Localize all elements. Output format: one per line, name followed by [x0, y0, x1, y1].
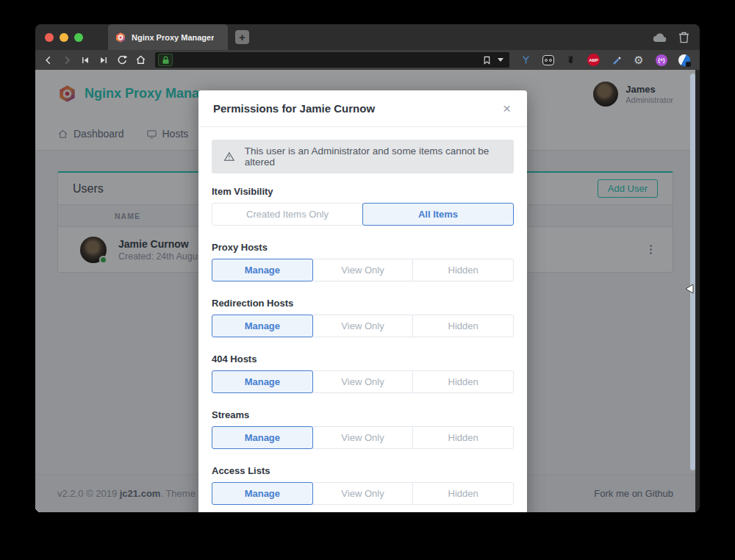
adblock-plus-icon[interactable]: ABP — [587, 54, 600, 66]
admin-warning-alert: This user is an Administrator and some i… — [212, 140, 514, 173]
zoom-window-button[interactable] — [74, 33, 83, 42]
tab-favicon-npm-logo — [115, 32, 126, 43]
fast-forward-icon[interactable] — [97, 54, 110, 67]
404-hosts-manage-button[interactable]: Manage — [212, 370, 313, 393]
proxy-hosts-manage-button[interactable]: Manage — [212, 259, 313, 281]
404-hosts-view-only-button[interactable]: View Only — [312, 370, 414, 393]
close-icon[interactable]: × — [501, 101, 512, 115]
proxy-hosts-hidden-button[interactable]: Hidden — [412, 259, 514, 281]
browser-window: Nginx Proxy Manager + — [35, 24, 700, 512]
streams-section: Streams Manage View Only Hidden — [212, 409, 514, 449]
404-hosts-section: 404 Hosts Manage View Only Hidden — [212, 353, 514, 393]
modal-title: Permissions for Jamie Curnow — [213, 102, 375, 115]
access-lists-manage-button[interactable]: Manage — [212, 482, 313, 505]
gear-extension-icon[interactable]: ⚙ — [632, 54, 645, 67]
redirection-hosts-manage-button[interactable]: Manage — [212, 315, 313, 337]
redirection-hosts-hidden-button[interactable]: Hidden — [412, 315, 514, 337]
home-icon[interactable] — [134, 54, 147, 67]
sync-cloud-icon[interactable] — [652, 32, 668, 43]
warning-triangle-icon — [223, 151, 235, 162]
redirection-hosts-view-only-button[interactable]: View Only — [312, 315, 414, 337]
new-tab-button[interactable]: + — [235, 30, 249, 44]
browser-navbar: ABP ⚙ {+} — [35, 50, 700, 70]
access-lists-section: Access Lists Manage View Only Hidden — [212, 465, 514, 505]
browser-tab[interactable]: Nginx Proxy Manager — [108, 24, 228, 50]
alert-text: This user is an Administrator and some i… — [245, 146, 502, 168]
https-lock-icon[interactable] — [158, 54, 173, 66]
proxy-hosts-view-only-button[interactable]: View Only — [312, 259, 414, 281]
item-visibility-label: Item Visibility — [212, 186, 514, 197]
streams-manage-button[interactable]: Manage — [212, 426, 313, 449]
address-bar[interactable] — [155, 52, 509, 68]
traffic-lights — [45, 33, 83, 42]
pen-extension-icon[interactable] — [609, 54, 623, 67]
browser-titlebar: Nginx Proxy Manager + — [35, 24, 700, 50]
page-viewport: Nginx Proxy Manager James Administrator … — [35, 70, 695, 512]
streams-hidden-button[interactable]: Hidden — [412, 426, 514, 449]
proxy-hosts-section: Proxy Hosts Manage View Only Hidden — [212, 242, 514, 281]
robot-extension-icon[interactable] — [542, 54, 555, 67]
gnome-foot-extension-icon[interactable] — [564, 54, 578, 67]
page-scrollbar-thumb[interactable] — [690, 73, 695, 470]
bookmark-icon[interactable] — [482, 55, 492, 65]
extensions-bar: ABP ⚙ {+} — [519, 54, 691, 67]
minimize-window-button[interactable] — [60, 33, 68, 42]
privacy-extension-icon[interactable] — [678, 54, 691, 67]
trash-icon[interactable] — [678, 31, 689, 43]
tab-title: Nginx Proxy Manager — [132, 33, 214, 42]
visibility-created-items-only-button[interactable]: Created Items Only — [212, 203, 363, 226]
item-visibility-group: Created Items Only All Items — [212, 203, 514, 226]
visibility-all-items-button[interactable]: All Items — [362, 203, 514, 226]
forward-icon[interactable] — [60, 54, 74, 67]
back-icon[interactable] — [42, 54, 55, 67]
reload-icon[interactable] — [115, 54, 129, 67]
404-hosts-hidden-button[interactable]: Hidden — [412, 370, 514, 393]
close-window-button[interactable] — [45, 33, 54, 42]
access-lists-view-only-button[interactable]: View Only — [312, 482, 414, 505]
permissions-modal: Permissions for Jamie Curnow × This user… — [198, 90, 527, 512]
bookmark-dropdown-icon[interactable] — [498, 58, 503, 62]
rewind-icon[interactable] — [79, 54, 92, 67]
redirection-hosts-section: Redirection Hosts Manage View Only Hidde… — [212, 298, 514, 337]
streams-view-only-button[interactable]: View Only — [312, 426, 414, 449]
access-lists-hidden-button[interactable]: Hidden — [412, 482, 514, 505]
purple-extension-icon[interactable]: {+} — [655, 54, 668, 67]
fork-extension-icon[interactable] — [519, 54, 532, 67]
mouse-cursor — [685, 284, 694, 294]
